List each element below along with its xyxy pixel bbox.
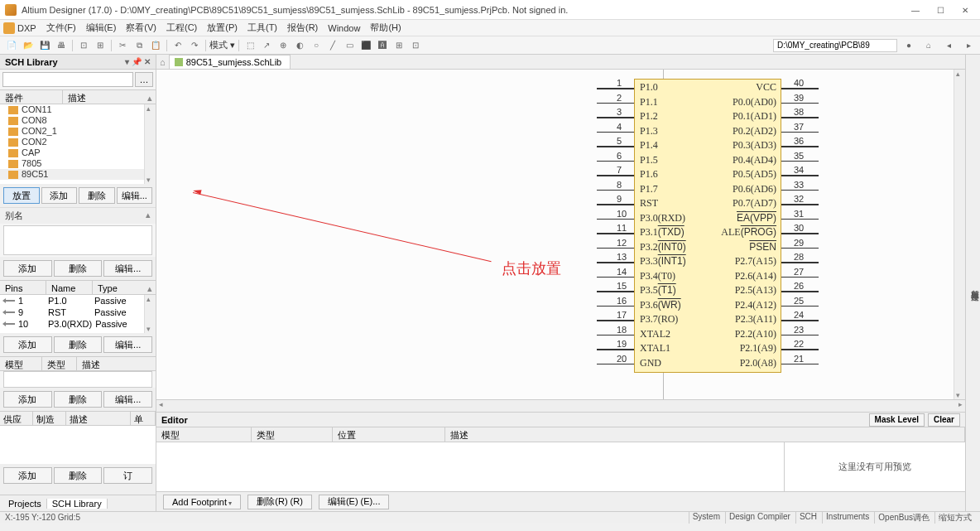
component-item[interactable]: CON11 (0, 104, 156, 115)
redo-icon[interactable]: ↷ (187, 38, 202, 53)
tab-schlib[interactable]: SCH Library (46, 499, 108, 509)
menu-view[interactable]: 察看(V) (121, 22, 161, 34)
home-tab-icon[interactable]: ⌂ (160, 57, 166, 67)
pin-row[interactable]: 1P1.0Passive (0, 295, 156, 307)
tool-icon-4[interactable]: ◐ (292, 38, 307, 53)
tool-icon-2[interactable]: ↗ (259, 38, 274, 53)
menu-window[interactable]: Window (323, 23, 365, 33)
home-icon[interactable]: ⌂ (921, 38, 936, 53)
pin-add-button[interactable]: 添加 (3, 336, 52, 353)
edit-button[interactable]: 编辑... (117, 187, 153, 204)
order-button[interactable]: 订 (103, 467, 152, 484)
tab-projects[interactable]: Projects (3, 499, 46, 509)
pins-scrollbar[interactable] (144, 295, 156, 333)
place-button[interactable]: 放置 (3, 187, 40, 204)
fwd-icon[interactable]: ▸ (961, 38, 976, 53)
sup-del-button[interactable]: 删除 (54, 467, 103, 484)
tool-icon-3[interactable]: ⊕ (276, 38, 291, 53)
type-col[interactable]: Type (93, 281, 144, 294)
alias-scroll-icon[interactable]: ▴ (146, 210, 151, 222)
alias-edit-button[interactable]: 编辑... (103, 260, 152, 277)
supplier-col[interactable]: 供应商 (0, 412, 33, 425)
canvas-hscroll[interactable] (156, 400, 965, 413)
minimize-button[interactable]: — (904, 3, 927, 17)
delete-button[interactable]: 删除 (79, 187, 115, 204)
schematic-canvas[interactable]: 点击放置 1P1.02P1.13P1.24P1.35P1.46P1.57P1.6… (156, 70, 965, 399)
mtype-col[interactable]: 类型 (41, 357, 76, 370)
sdesc-col[interactable]: 描述 (66, 412, 131, 425)
open-icon[interactable]: 📂 (21, 38, 36, 53)
filter-input[interactable] (2, 72, 133, 87)
close-button[interactable]: ✕ (954, 3, 977, 17)
document-tab[interactable]: 89C51_sumjess.SchLib (169, 55, 291, 69)
clear-button[interactable]: Clear (928, 413, 960, 427)
alias-del-button[interactable]: 删除 (54, 260, 103, 277)
tool-icon-1[interactable]: ⬚ (243, 38, 257, 53)
path-go-icon[interactable]: ● (901, 38, 916, 53)
copy-icon[interactable]: ⧉ (132, 38, 147, 53)
status-tab[interactable]: System (689, 512, 723, 524)
component-item[interactable]: CON2_1 (0, 126, 156, 137)
model-del-button[interactable]: 删除 (54, 391, 103, 408)
pins-col[interactable]: Pins (0, 281, 46, 294)
menu-file[interactable]: 文件(F) (41, 22, 81, 34)
pin-row[interactable]: 9RSTPassive (0, 307, 156, 318)
be-col-loc[interactable]: 位置 (333, 427, 445, 442)
be-del-button[interactable]: 删除(R) (R) (247, 495, 312, 509)
model-edit-button[interactable]: 编辑... (103, 391, 152, 408)
mask-level-button[interactable]: Mask Level (869, 413, 925, 427)
zoom-region-icon[interactable]: ⊞ (93, 38, 108, 53)
menu-place[interactable]: 放置(P) (202, 22, 243, 34)
tool-icon-5[interactable]: ○ (309, 38, 324, 53)
pins-scroll-icon[interactable]: ▴ (144, 281, 156, 294)
alias-add-button[interactable]: 添加 (3, 260, 52, 277)
price-col[interactable]: 单价 (131, 412, 156, 425)
be-col-model[interactable]: 模型 (156, 427, 252, 442)
menu-reports[interactable]: 报告(R) (282, 22, 323, 34)
component-item[interactable]: CON2 (0, 137, 156, 147)
zoom-fit-icon[interactable]: ⊡ (76, 38, 91, 53)
canvas-vscroll[interactable] (954, 70, 965, 399)
menu-help[interactable]: 帮助(H) (365, 22, 406, 34)
status-tab[interactable]: 缩短方式 (934, 512, 975, 524)
be-col-desc[interactable]: 描述 (445, 427, 965, 442)
scroll-up-icon[interactable]: ▴ (144, 90, 156, 104)
filter-more-button[interactable]: … (135, 72, 153, 87)
sup-add-button[interactable]: 添加 (3, 467, 52, 484)
component-item[interactable]: 89C51 (0, 169, 156, 180)
tool-icon-7[interactable]: ▭ (342, 38, 357, 53)
menu-project[interactable]: 工程(C) (161, 22, 202, 34)
component-item[interactable]: CON8 (0, 115, 156, 126)
paste-icon[interactable]: 📋 (148, 38, 163, 53)
tool-icon-10[interactable]: ⊞ (392, 38, 406, 53)
col-component[interactable]: 器件 (0, 90, 63, 104)
status-tab[interactable]: Instruments (822, 512, 872, 524)
pin-edit-button[interactable]: 编辑... (103, 336, 152, 353)
status-tab[interactable]: OpenBus调色 (874, 512, 933, 524)
status-tab[interactable]: SCH (795, 512, 820, 524)
pin-row[interactable]: 10P3.0(RXD)Passive (0, 318, 156, 330)
mfr-col[interactable]: 制造商 (33, 412, 66, 425)
path-input[interactable] (773, 39, 897, 52)
undo-icon[interactable]: ↶ (171, 38, 185, 53)
pin-icon[interactable]: ▾ (125, 57, 129, 66)
tool-icon-11[interactable]: ⊡ (408, 38, 423, 53)
save-icon[interactable]: 💾 (37, 38, 52, 53)
menu-tools[interactable]: 工具(T) (243, 22, 282, 34)
cut-icon[interactable]: ✂ (115, 38, 130, 53)
pin-del-button[interactable]: 删除 (54, 336, 103, 353)
right-sidebar[interactable]: 剪贴板 连接器 (965, 55, 980, 511)
be-edit-button[interactable]: 编辑(E) (E)... (319, 495, 390, 509)
pin2-icon[interactable]: 📌 (132, 57, 142, 66)
add-button[interactable]: 添加 (41, 187, 78, 204)
status-tab[interactable]: Design Compiler (725, 512, 794, 524)
menu-edit[interactable]: 编辑(E) (81, 22, 122, 34)
mdesc-col[interactable]: 描述 (76, 357, 156, 370)
tool-icon-8[interactable]: ⬛ (358, 38, 373, 53)
tool-icon-6[interactable]: ╱ (325, 38, 340, 53)
dxp-menu[interactable]: DXP (3, 22, 36, 34)
maximize-button[interactable]: ☐ (929, 3, 952, 17)
mode-label[interactable]: 模式 ▾ (209, 38, 235, 53)
add-footprint-button[interactable]: Add Footprint (163, 495, 241, 509)
be-col-type[interactable]: 类型 (252, 427, 333, 442)
